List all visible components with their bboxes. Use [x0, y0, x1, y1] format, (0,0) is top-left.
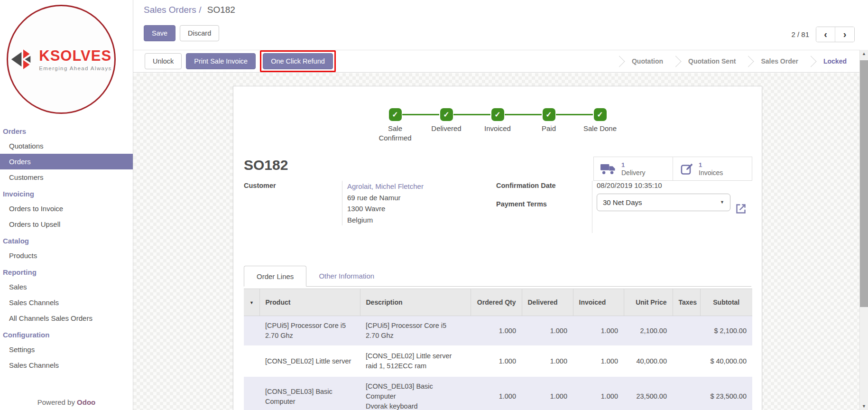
cell-unit-price: 23,500.00 — [624, 376, 673, 410]
invoices-smart-button[interactable]: 1 Invoices — [673, 157, 752, 180]
chevron-down-icon: ▼ — [720, 194, 724, 211]
col-header-unit-price[interactable]: Unit Price — [624, 289, 673, 316]
progress-step-sale-done: ✓ Sale Done — [574, 108, 626, 143]
tab-other-information[interactable]: Other Information — [306, 265, 387, 286]
ksolves-logo-icon — [10, 46, 36, 73]
progress-step-sale-confirmed: ✓ Sale Confirmed — [369, 108, 421, 143]
form-view-background: ✓ Sale Confirmed ✓ Delivered ✓ Invoiced … — [133, 73, 859, 410]
order-lines-table: ▼ Product Description Ordered Qty Delive… — [244, 289, 752, 410]
check-icon: ✓ — [543, 108, 555, 121]
col-header-description[interactable]: Description — [360, 289, 471, 316]
truck-icon — [600, 163, 617, 175]
cell-taxes — [673, 316, 700, 346]
sidebar-item-orders-to-upsell[interactable]: Orders to Upsell — [0, 216, 133, 232]
col-header-invoiced[interactable]: Invoiced — [573, 289, 624, 316]
scroll-up-icon[interactable]: ▲ — [860, 51, 868, 56]
unlock-button[interactable]: Unlock — [145, 53, 182, 69]
pager-next-button[interactable]: › — [835, 27, 854, 42]
cell-product: [CPUi5] Processor Core i52.70 Ghz — [259, 316, 360, 346]
col-header-ordered-qty[interactable]: Ordered Qty — [471, 289, 522, 316]
breadcrumb-sales-orders[interactable]: Sales Orders — [144, 5, 196, 15]
menu-heading-reporting: Reporting — [0, 263, 133, 279]
payment-terms-label: Payment Terms — [496, 200, 547, 208]
delivery-smart-button[interactable]: 1 Delivery — [594, 157, 673, 180]
sidebar-item-sales-channels[interactable]: Sales Channels — [0, 295, 133, 310]
cell-ordered-qty: 1.000 — [471, 316, 522, 346]
cell-delivered: 1.000 — [522, 346, 573, 376]
table-header-row: ▼ Product Description Ordered Qty Delive… — [244, 289, 752, 316]
menu-heading-invoicing: Invoicing — [0, 185, 133, 201]
brand-tagline: Emerging Ahead Always — [39, 65, 111, 71]
cell-description: [CONS_DEL03] BasicComputerDvorak keyboar… — [360, 376, 471, 410]
confirmation-date-value: 08/20/2019 10:35:10 — [597, 181, 748, 189]
cell-invoiced: 1.000 — [573, 346, 624, 376]
customer-address-line: 1300 Wavre — [347, 203, 424, 214]
cell-subtotal: $ 40,000.00 — [700, 346, 752, 376]
col-header-delivered[interactable]: Delivered — [522, 289, 573, 316]
status-quotation[interactable]: Quotation — [619, 50, 676, 72]
sidebar-item-orders-to-invoice[interactable]: Orders to Invoice — [0, 201, 133, 216]
odoo-link[interactable]: Odoo — [77, 398, 95, 406]
discard-button[interactable]: Discard — [180, 25, 219, 41]
breadcrumb: Sales Orders / SO182 — [144, 5, 235, 15]
scroll-down-icon[interactable]: ▼ — [860, 404, 868, 409]
sidebar-item-sales[interactable]: Sales — [0, 279, 133, 295]
table-row[interactable]: [CONS_DEL03] BasicComputer [CONS_DEL03] … — [244, 376, 752, 410]
save-button[interactable]: Save — [144, 25, 175, 41]
sidebar-item-all-channels-sales-orders[interactable]: All Channels Sales Orders — [0, 310, 133, 326]
print-sale-invoice-button[interactable]: Print Sale Invoice — [186, 53, 256, 69]
annotation-highlight-box: One Click Refund — [260, 50, 336, 72]
check-icon: ✓ — [491, 108, 504, 121]
status-locked[interactable]: Locked — [811, 50, 859, 72]
col-header-taxes[interactable]: Taxes — [673, 289, 700, 316]
one-click-refund-button[interactable]: One Click Refund — [263, 53, 333, 69]
confirmation-date-label: Confirmation Date — [496, 182, 556, 189]
sidebar-item-settings[interactable]: Settings — [0, 342, 133, 357]
pager-previous-button[interactable]: ‹ — [816, 27, 835, 42]
col-header-subtotal[interactable]: Subtotal — [700, 289, 752, 316]
pager-count: 2 / 81 — [791, 30, 809, 38]
scrollbar-thumb[interactable] — [860, 60, 868, 307]
progress-step-delivered: ✓ Delivered — [421, 108, 472, 143]
cell-subtotal: $ 23,500.00 — [700, 376, 752, 410]
cell-description: [CONS_DEL02] Little serverraid 1, 512ECC… — [360, 346, 471, 376]
sidebar-item-quotations[interactable]: Quotations — [0, 138, 133, 154]
form-sheet: ✓ Sale Confirmed ✓ Delivered ✓ Invoiced … — [233, 86, 762, 410]
sidebar-item-sales-channels-config[interactable]: Sales Channels — [0, 357, 133, 373]
cell-invoiced: 1.000 — [573, 376, 624, 410]
progress-step-label: Sale Confirmed — [376, 124, 415, 143]
col-header-product[interactable]: Product — [259, 289, 360, 316]
check-icon: ✓ — [389, 108, 402, 121]
sidebar-item-orders[interactable]: Orders — [0, 154, 133, 169]
sidebar-item-products[interactable]: Products — [0, 248, 133, 263]
check-icon: ✓ — [594, 108, 607, 121]
delivery-label: Delivery — [621, 169, 646, 177]
table-row[interactable]: [CONS_DEL02] Little server [CONS_DEL02] … — [244, 346, 752, 376]
statusbar: Quotation Quotation Sent Sales Order Loc… — [619, 50, 859, 72]
customer-label: Customer — [244, 182, 276, 189]
payment-terms-select[interactable]: 30 Net Days ▼ — [597, 194, 730, 211]
external-link-icon[interactable] — [735, 203, 747, 217]
invoices-label: Invoices — [699, 169, 723, 177]
sale-progress-steps: ✓ Sale Confirmed ✓ Delivered ✓ Invoiced … — [233, 108, 762, 143]
cell-unit-price: 2,100.00 — [624, 316, 673, 346]
powered-by-text: Powered by — [37, 398, 77, 406]
vertical-scrollbar[interactable]: ▲ ▼ — [859, 50, 868, 410]
notebook-tabs: Order Lines Other Information — [244, 265, 751, 287]
tab-order-lines[interactable]: Order Lines — [244, 266, 306, 287]
list-options-caret-icon[interactable]: ▼ — [249, 300, 254, 305]
payment-terms-value: 30 Net Days — [603, 198, 642, 206]
status-quotation-sent[interactable]: Quotation Sent — [675, 50, 748, 72]
customer-link[interactable]: Agrolait, Michel Fletcher — [347, 181, 424, 192]
sidebar-item-customers[interactable]: Customers — [0, 169, 133, 185]
cell-ordered-qty: 1.000 — [471, 346, 522, 376]
cell-ordered-qty: 1.000 — [471, 376, 522, 410]
powered-by-odoo: Powered by Odoo — [0, 398, 133, 406]
sidebar-menu: Orders Quotations Orders Customers Invoi… — [0, 122, 133, 373]
cell-description: [CPUi5] Processor Core i52.70 Ghz — [360, 316, 471, 346]
right-field-values: 08/20/2019 10:35:10 30 Net Days ▼ — [592, 181, 748, 233]
table-row[interactable]: [CPUi5] Processor Core i52.70 Ghz [CPUi5… — [244, 316, 752, 346]
customer-value: Agrolait, Michel Fletcher 69 rue de Namu… — [342, 181, 424, 225]
progress-step-paid: ✓ Paid — [523, 108, 574, 143]
status-sales-order[interactable]: Sales Order — [748, 50, 811, 72]
